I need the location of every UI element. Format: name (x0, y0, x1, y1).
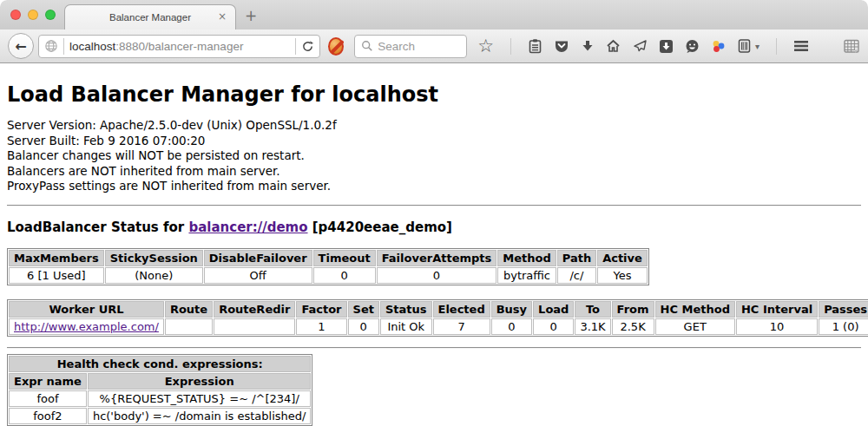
column-header: Expr name (9, 373, 87, 390)
server-built-line: Server Built: Feb 9 2016 07:00:20 (7, 134, 861, 149)
table-cell: GET (655, 318, 735, 335)
table-cell (214, 318, 295, 335)
back-button[interactable]: ← (8, 33, 34, 59)
pocket-icon[interactable] (554, 39, 569, 54)
column-header: Expression (88, 373, 312, 390)
navigation-toolbar: ← localhost:8880/balancer-manager ☆ (0, 29, 868, 63)
tab-close-icon[interactable]: × (218, 10, 227, 23)
column-header: From (612, 301, 654, 318)
table-cell (165, 318, 213, 335)
table-cell: foof (9, 390, 87, 407)
table-header-row: MaxMembers StickySession DisableFailover… (9, 250, 648, 266)
health-table-title: Health check cond. expressions: (9, 356, 311, 372)
search-box[interactable] (354, 35, 467, 58)
toolbar-separator (510, 38, 511, 55)
worker-status-table: Worker URL Route RouteRedir Factor Set S… (7, 299, 868, 337)
site-identity-globe-icon[interactable] (44, 39, 58, 53)
reload-icon[interactable] (301, 40, 314, 53)
minimize-window-button[interactable] (28, 10, 38, 20)
url-text[interactable]: localhost:8880/balancer-manager (69, 40, 290, 53)
home-icon[interactable] (606, 39, 621, 53)
toolbar-buttons: ☆ (477, 37, 860, 55)
url-path: :8880/balancer-manager (115, 40, 243, 53)
column-header: Busy (491, 301, 532, 318)
table-cell: (None) (105, 267, 203, 284)
page-content: Load Balancer Manager for localhost Serv… (0, 63, 868, 426)
column-header: StickySession (105, 250, 203, 266)
table-header-row: Expr name Expression (9, 373, 311, 390)
worker-url-link[interactable]: http://www.example.com/ (14, 320, 159, 333)
table-cell: 0 (377, 267, 497, 284)
column-header: Factor (296, 301, 346, 318)
menu-hamburger-icon[interactable] (793, 40, 809, 52)
column-header: HC Interval (736, 301, 818, 318)
inherit-notice-line: Balancers are NOT inherited from main se… (7, 164, 861, 180)
search-input[interactable] (378, 40, 460, 53)
url-bar[interactable]: localhost:8880/balancer-manager (38, 35, 320, 58)
balancer-demo-link[interactable]: balancer://demo (188, 220, 307, 235)
table-cell: 3.1K (575, 318, 610, 335)
download-box-icon[interactable] (659, 39, 674, 54)
table-cell: 6 [1 Used] (9, 267, 104, 284)
close-window-button[interactable] (10, 10, 21, 20)
worker-url-cell: http://www.example.com/ (9, 318, 164, 335)
table-row: foof %{REQUEST_STATUS} =~ /^[234]/ (9, 390, 311, 407)
server-version-line: Server Version: Apache/2.5.0-dev (Unix) … (7, 118, 861, 134)
table-row: 6 [1 Used] (None) Off 0 0 bytraffic /c/ … (9, 267, 648, 284)
tab-balancer-manager[interactable]: Balancer Manager × (64, 4, 236, 29)
plugin-blocked-icon[interactable] (328, 37, 344, 56)
table-header-row: Worker URL Route RouteRedir Factor Set S… (9, 301, 868, 318)
downloads-arrow-icon[interactable] (581, 39, 595, 53)
column-header: Active (597, 250, 648, 266)
new-tab-button[interactable]: + (245, 7, 257, 24)
table-cell: Off (204, 267, 312, 284)
persist-notice-line: Balancer changes will NOT be persisted o… (7, 148, 861, 164)
sidebar-battery-icon[interactable] (738, 38, 751, 54)
status-heading-prefix: LoadBalancer Status for (7, 220, 188, 235)
table-cell: foof2 (9, 408, 87, 424)
urlbar-separator (295, 38, 296, 55)
back-arrow-icon: ← (15, 38, 26, 55)
column-header: RouteRedir (214, 301, 295, 318)
column-header: HC Method (655, 301, 735, 318)
bookmark-star-icon[interactable]: ☆ (477, 37, 494, 55)
column-header: To (575, 301, 610, 318)
send-plane-icon[interactable] (632, 39, 648, 53)
tab-title: Balancer Manager (109, 12, 191, 23)
reading-list-clipboard-icon[interactable] (528, 38, 542, 54)
urlbar-separator (63, 38, 64, 55)
table-cell: 0 (533, 318, 574, 335)
table-cell: 0 (348, 318, 379, 335)
loadbalancer-status-heading: LoadBalancer Status for balancer://demo … (7, 220, 861, 235)
health-check-expressions-table: Health check cond. expressions: Expr nam… (7, 354, 312, 426)
table-cell: 0 (313, 267, 376, 284)
table-row: foof2 hc('body') =~ /domain is establish… (9, 408, 311, 424)
server-info-block: Server Version: Apache/2.5.0-dev (Unix) … (7, 118, 861, 194)
feedback-smiley-icon[interactable] (685, 39, 700, 54)
table-cell: Init Ok (380, 318, 432, 335)
column-header: Set (348, 301, 379, 318)
section-divider (7, 347, 861, 349)
column-header: Status (380, 301, 432, 318)
zoom-window-button[interactable] (45, 10, 56, 20)
keyboard-grid-icon[interactable] (844, 39, 860, 54)
search-icon (361, 40, 373, 52)
browser-window: Balancer Manager × + ← localhost:8880/ba… (0, 0, 868, 426)
column-header: Method (497, 250, 556, 266)
table-cell: 1 (0) (819, 318, 868, 335)
balancer-settings-table: MaxMembers StickySession DisableFailover… (7, 248, 649, 285)
column-header: DisableFailover (204, 250, 312, 266)
color-dots-icon[interactable] (711, 39, 727, 54)
column-header: Path (557, 250, 596, 266)
table-cell: hc('body') =~ /domain is established/ (88, 408, 312, 424)
column-header: Passes (819, 301, 868, 318)
column-header: Elected (433, 301, 490, 318)
tab-strip: Balancer Manager × + (0, 0, 868, 29)
column-header: Timeout (313, 250, 376, 266)
table-cell: %{REQUEST_STATUS} =~ /^[234]/ (88, 390, 312, 407)
table-cell: 1 (296, 318, 346, 335)
table-row: http://www.example.com/ 1 0 Init Ok 7 0 … (9, 318, 868, 335)
table-cell: /c/ (557, 267, 596, 284)
column-header: Route (165, 301, 213, 318)
chevron-down-icon[interactable]: ▾ (755, 42, 760, 51)
